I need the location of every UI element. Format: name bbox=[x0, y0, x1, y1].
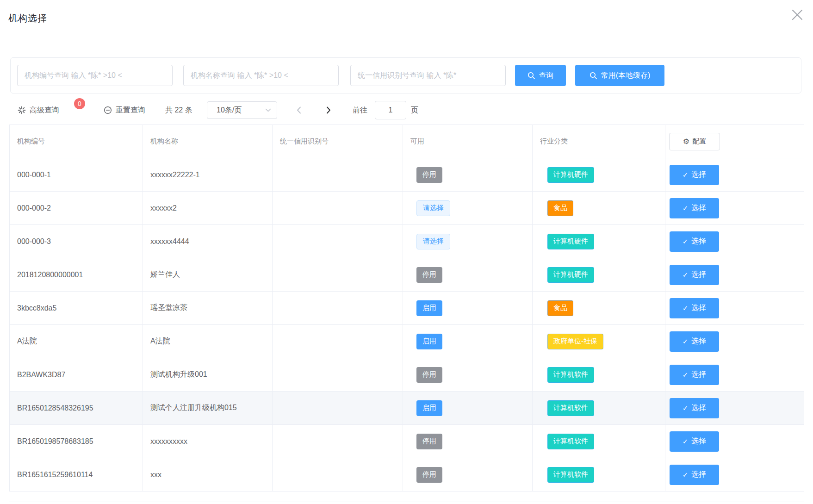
circle-minus-icon bbox=[104, 106, 112, 114]
select-button[interactable]: ✓ 选择 bbox=[670, 398, 719, 418]
select-button[interactable]: ✓ 选择 bbox=[670, 165, 719, 185]
industry-tag: 政府单位-社保 bbox=[547, 334, 603, 349]
close-button[interactable] bbox=[786, 4, 808, 26]
check-icon: ✓ bbox=[683, 471, 689, 478]
cell-action: ✓ 选择 bbox=[665, 358, 804, 392]
industry-tag: 计算机软件 bbox=[547, 467, 594, 483]
cell-org-code: BR1651615259610114 bbox=[10, 458, 143, 492]
cell-org-name: 瑶圣堂凉茶 bbox=[143, 292, 273, 325]
cell-industry: 计算机硬件 bbox=[533, 158, 665, 192]
table-row: B2BAWK3D87 测试机构升级001 停用 计算机软件 ✓ 选择 bbox=[10, 358, 804, 392]
select-button[interactable]: ✓ 选择 bbox=[670, 265, 719, 285]
org-code-input[interactable] bbox=[17, 65, 173, 86]
prev-page-button[interactable] bbox=[292, 101, 306, 119]
credit-code-input[interactable] bbox=[350, 65, 506, 86]
page-size-select[interactable]: 10条/页 bbox=[207, 101, 277, 119]
cell-org-name: xxxxxx4444 bbox=[143, 225, 273, 258]
cell-action: ✓ 选择 bbox=[665, 425, 804, 458]
check-icon: ✓ bbox=[683, 438, 689, 445]
table-row: 000-000-2 xxxxxx2 请选择 食品 ✓ 选择 bbox=[10, 192, 804, 225]
industry-tag: 计算机硬件 bbox=[547, 267, 594, 283]
select-button[interactable]: ✓ 选择 bbox=[670, 365, 719, 385]
table-row: 000-000-1 xxxxxx22222-1 停用 计算机硬件 ✓ 选择 bbox=[10, 158, 804, 192]
cell-org-code: 000-000-1 bbox=[10, 158, 143, 192]
config-button[interactable]: ⚙ 配置 bbox=[669, 133, 720, 150]
cell-org-name: 测试个人注册升级机构015 bbox=[143, 392, 273, 425]
select-button[interactable]: ✓ 选择 bbox=[670, 298, 719, 318]
reset-query-button[interactable]: 重置查询 bbox=[104, 101, 145, 119]
column-header-action: ⚙ 配置 bbox=[665, 125, 804, 158]
cell-org-name: xxxxxx22222-1 bbox=[143, 158, 273, 192]
industry-tag: 计算机软件 bbox=[547, 400, 594, 416]
cell-org-code: BR1650198578683185 bbox=[10, 425, 143, 458]
cell-industry: 食品 bbox=[533, 292, 665, 325]
status-badge[interactable]: 请选择 bbox=[416, 234, 450, 249]
cell-credit-code bbox=[273, 325, 403, 358]
cell-industry: 政府单位-社保 bbox=[533, 325, 665, 358]
check-icon: ✓ bbox=[683, 205, 689, 212]
advanced-query-label: 高级查询 bbox=[30, 106, 59, 115]
check-icon: ✓ bbox=[683, 271, 689, 278]
column-header-org-name: 机构名称 bbox=[143, 125, 273, 158]
industry-tag: 计算机硬件 bbox=[547, 234, 594, 249]
cell-org-code: BR1650128548326195 bbox=[10, 392, 143, 425]
chevron-down-icon bbox=[265, 108, 271, 112]
table-row: 2018120800000001 娇兰佳人 停用 计算机硬件 ✓ 选择 bbox=[10, 258, 804, 292]
cell-org-code: A法院 bbox=[10, 325, 143, 358]
cell-status: 停用 bbox=[403, 425, 533, 458]
next-page-button[interactable] bbox=[321, 101, 336, 119]
cell-org-name: 测试机构升级001 bbox=[143, 358, 273, 392]
status-badge: 停用 bbox=[416, 434, 442, 449]
search-button-label: 查询 bbox=[539, 71, 554, 81]
org-table: 机构编号 机构名称 统一信用识别号 可用 行业分类 ⚙ 配置 000-000-1… bbox=[9, 124, 804, 492]
column-header-credit-code: 统一信用识别号 bbox=[273, 125, 403, 158]
industry-tag: 计算机软件 bbox=[547, 367, 594, 383]
cell-credit-code bbox=[273, 158, 403, 192]
total-count: 共 22 条 bbox=[165, 101, 192, 119]
column-header-industry: 行业分类 bbox=[533, 125, 665, 158]
cell-status: 启用 bbox=[403, 392, 533, 425]
page-title: 机构选择 bbox=[8, 12, 47, 25]
advanced-query-button[interactable]: 高级查询 bbox=[18, 101, 59, 119]
cell-status: 请选择 bbox=[403, 192, 533, 225]
select-button[interactable]: ✓ 选择 bbox=[670, 465, 719, 485]
cell-industry: 计算机软件 bbox=[533, 392, 665, 425]
cell-org-code: 000-000-2 bbox=[10, 192, 143, 225]
sparkle-icon bbox=[18, 106, 26, 114]
status-badge[interactable]: 请选择 bbox=[416, 200, 450, 216]
common-cache-button[interactable]: 常用(本地缓存) bbox=[575, 65, 664, 86]
cell-org-name: A法院 bbox=[143, 325, 273, 358]
gear-icon: ⚙ bbox=[683, 138, 689, 145]
search-button[interactable]: 查询 bbox=[515, 65, 566, 86]
status-badge: 启用 bbox=[416, 334, 442, 349]
config-button-label: 配置 bbox=[692, 137, 706, 146]
industry-tag: 计算机硬件 bbox=[547, 167, 594, 183]
cell-industry: 食品 bbox=[533, 192, 665, 225]
cell-status: 停用 bbox=[403, 358, 533, 392]
cell-action: ✓ 选择 bbox=[665, 192, 804, 225]
org-name-input[interactable] bbox=[183, 65, 339, 86]
footer-divider bbox=[9, 502, 804, 502]
table-row: BR1651615259610114 xxx 停用 计算机软件 ✓ 选择 bbox=[10, 458, 804, 492]
reset-query-label: 重置查询 bbox=[116, 106, 145, 115]
select-button[interactable]: ✓ 选择 bbox=[670, 231, 719, 252]
search-icon bbox=[528, 72, 535, 80]
table-row: 000-000-3 xxxxxx4444 请选择 计算机硬件 ✓ 选择 bbox=[10, 225, 804, 258]
cell-status: 停用 bbox=[403, 158, 533, 192]
check-icon: ✓ bbox=[683, 238, 689, 245]
select-button[interactable]: ✓ 选择 bbox=[670, 431, 719, 452]
select-button[interactable]: ✓ 选择 bbox=[670, 331, 719, 352]
cell-action: ✓ 选择 bbox=[665, 458, 804, 492]
industry-tag: 食品 bbox=[547, 300, 573, 316]
cell-org-name: xxxxxxxxxx bbox=[143, 425, 273, 458]
advanced-query-badge: 0 bbox=[74, 98, 85, 109]
table-row: BR1650128548326195 测试个人注册升级机构015 启用 计算机软… bbox=[10, 392, 804, 425]
cell-org-name: xxxxxx2 bbox=[143, 192, 273, 225]
goto-page-input[interactable] bbox=[375, 101, 406, 119]
search-icon bbox=[590, 72, 597, 80]
select-button[interactable]: ✓ 选择 bbox=[670, 198, 719, 218]
table-row: BR1650198578683185 xxxxxxxxxx 停用 计算机软件 ✓… bbox=[10, 425, 804, 458]
page-unit-label: 页 bbox=[411, 101, 418, 119]
cell-industry: 计算机硬件 bbox=[533, 225, 665, 258]
column-header-org-code: 机构编号 bbox=[10, 125, 143, 158]
